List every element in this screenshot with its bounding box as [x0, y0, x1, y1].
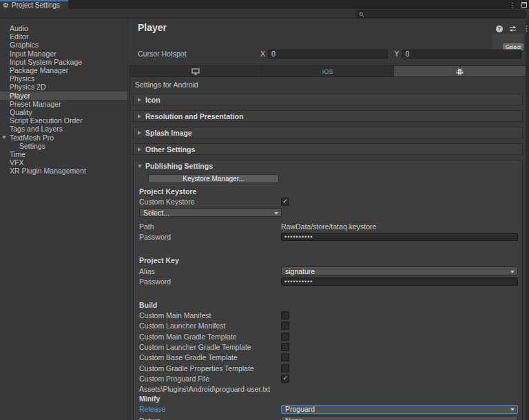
- build-item-label: Custom Launcher Gradle Template: [139, 343, 281, 351]
- foldout-closed-icon: [138, 114, 141, 118]
- debug-minify-dropdown[interactable]: None: [281, 416, 518, 420]
- custom-gradle-properties-template-checkbox[interactable]: [281, 364, 289, 372]
- sidebar-item-preset-manager[interactable]: Preset Manager: [0, 100, 127, 108]
- project-keystore-heading: Project Keystore: [139, 186, 518, 196]
- keystore-select-dropdown[interactable]: Select...: [139, 208, 282, 217]
- section-label: Publishing Settings: [145, 162, 213, 170]
- sidebar-item-physics-2d[interactable]: Physics 2D: [0, 83, 127, 91]
- alias-dropdown[interactable]: signature: [281, 266, 518, 275]
- path-label: Path: [139, 222, 281, 231]
- preset-icon[interactable]: [509, 25, 517, 32]
- section-label: Other Settings: [145, 145, 195, 154]
- build-item-label: Custom Launcher Manifest: [139, 322, 281, 330]
- main-panel: Player Select Cursor Hotspot X 0 Y 0: [127, 19, 529, 420]
- key-password-field[interactable]: ••••••••••: [281, 277, 518, 286]
- custom-proguard-file-checkbox[interactable]: [281, 375, 289, 383]
- sidebar-item-quality[interactable]: Quality: [0, 108, 127, 116]
- custom-main-gradle-template-row: Custom Main Gradle Template: [139, 331, 518, 342]
- y-axis-label: Y: [395, 50, 400, 58]
- header-icons: [496, 24, 523, 33]
- sidebar-item-vfx[interactable]: VFX: [0, 158, 127, 167]
- section-icon[interactable]: Icon: [133, 94, 523, 105]
- sidebar-item-tags-and-layers[interactable]: Tags and Layers: [0, 125, 127, 133]
- custom-gradle-properties-template-row: Custom Gradle Properties Template: [139, 363, 518, 373]
- sidebar-item-audio[interactable]: Audio: [0, 24, 127, 32]
- custom-launcher-gradle-template-row: Custom Launcher Gradle Template: [139, 342, 518, 352]
- dropdown-value: Proguard: [285, 405, 315, 413]
- custom-main-gradle-template-checkbox[interactable]: [281, 333, 289, 341]
- platform-settings-container: iOS Settings for Android: [129, 65, 526, 420]
- chevron-down-icon: [510, 271, 515, 273]
- window-tab-strip: Project Settings: [0, 0, 529, 9]
- cursor-hotspot-row: Cursor Hotspot X 0 Y 0: [138, 49, 521, 59]
- custom-keystore-checkbox[interactable]: [281, 198, 289, 206]
- section-splash-image[interactable]: Splash Image: [133, 127, 523, 138]
- release-minify-dropdown[interactable]: Proguard: [281, 405, 518, 414]
- tab-android[interactable]: [394, 66, 526, 76]
- foldout-open-icon[interactable]: [2, 136, 6, 139]
- section-publishing-settings: Publishing Settings Keystore Manager... …: [133, 160, 523, 420]
- tab-ios-label: iOS: [322, 67, 333, 75]
- sidebar-item-textmesh-settings[interactable]: Settings: [0, 142, 127, 150]
- foldout-closed-icon: [138, 147, 141, 151]
- custom-main-manifest-checkbox[interactable]: [281, 311, 289, 319]
- window-maximize-icon[interactable]: [521, 2, 527, 8]
- sidebar-item-player[interactable]: Player: [0, 92, 127, 100]
- password-label: Password: [139, 277, 281, 286]
- custom-proguard-file-row: Custom Proguard File: [139, 373, 518, 384]
- monitor-icon: [191, 68, 200, 75]
- sidebar-item-graphics[interactable]: Graphics: [0, 41, 127, 49]
- sidebar-item-input-manager[interactable]: Input Manager: [0, 50, 127, 58]
- search-field[interactable]: [355, 10, 527, 18]
- help-icon[interactable]: [496, 25, 503, 32]
- custom-launcher-manifest-checkbox[interactable]: [281, 322, 289, 330]
- custom-base-gradle-template-row: Custom Base Gradle Template: [139, 353, 518, 363]
- minify-heading: Minify: [139, 394, 518, 404]
- foldout-open-icon: [138, 165, 142, 168]
- custom-launcher-gradle-template-checkbox[interactable]: [281, 343, 289, 351]
- section-other-settings[interactable]: Other Settings: [133, 143, 523, 155]
- window-menu-icon[interactable]: [509, 1, 516, 9]
- keystore-path-row: Path RawData/store/tataq.keystore: [139, 221, 518, 231]
- more-menu-icon[interactable]: [523, 24, 529, 33]
- tab-standalone[interactable]: [130, 66, 262, 76]
- alias-label: Alias: [139, 267, 281, 275]
- cursor-hotspot-x-field[interactable]: 0: [268, 50, 387, 59]
- publishing-settings-body: Keystore Manager... Project Keystore Cus…: [134, 171, 522, 420]
- x-axis-label: X: [260, 50, 265, 58]
- dropdown-value: signature: [285, 267, 315, 275]
- custom-base-gradle-template-checkbox[interactable]: [281, 353, 289, 361]
- sidebar-item-script-execution-order[interactable]: Script Execution Order: [0, 116, 127, 125]
- sidebar-item-package-manager[interactable]: Package Manager: [0, 66, 127, 74]
- tab-ios[interactable]: iOS: [262, 66, 395, 76]
- sidebar-item-xr-plugin-management[interactable]: XR Plugin Management: [0, 167, 127, 175]
- sidebar-item-input-system-package[interactable]: Input System Package: [0, 58, 127, 66]
- settings-sidebar: Audio Editor Graphics Input Manager Inpu…: [0, 19, 127, 420]
- sidebar-item-physics[interactable]: Physics: [0, 74, 127, 83]
- chevron-down-icon: [510, 408, 515, 411]
- release-label: Release: [139, 405, 281, 413]
- section-resolution-and-presentation[interactable]: Resolution and Presentation: [133, 110, 523, 122]
- publishing-settings-header[interactable]: Publishing Settings: [134, 160, 522, 171]
- debug-label: Debug: [139, 417, 281, 420]
- window-controls: [509, 0, 527, 9]
- cursor-hotspot-y-field[interactable]: 0: [402, 50, 521, 59]
- custom-main-manifest-row: Custom Main Manifest: [139, 310, 518, 320]
- key-password-row: Password ••••••••••: [139, 276, 518, 286]
- tab-title: Project Settings: [12, 1, 60, 9]
- keystore-manager-button[interactable]: Keystore Manager...: [148, 174, 279, 183]
- search-input[interactable]: [366, 11, 518, 18]
- keystore-password-field[interactable]: ••••••••••: [281, 233, 518, 241]
- section-label: Splash Image: [145, 129, 192, 137]
- build-item-label: Custom Base Gradle Template: [139, 353, 281, 361]
- page-title: Player: [138, 22, 167, 33]
- sidebar-item-editor[interactable]: Editor: [0, 32, 127, 41]
- keystore-path-value: RawData/store/tataq.keystore: [281, 222, 376, 231]
- sidebar-item-time[interactable]: Time: [0, 150, 127, 158]
- proguard-file-path: Assets\Plugins\Android\proguard-user.txt: [139, 384, 518, 394]
- password-label: Password: [139, 233, 281, 241]
- sidebar-item-textmesh-pro[interactable]: TextMesh Pro: [0, 133, 127, 141]
- tab-project-settings[interactable]: Project Settings: [0, 0, 68, 9]
- section-label: Icon: [145, 96, 160, 104]
- section-label: Resolution and Presentation: [145, 112, 243, 120]
